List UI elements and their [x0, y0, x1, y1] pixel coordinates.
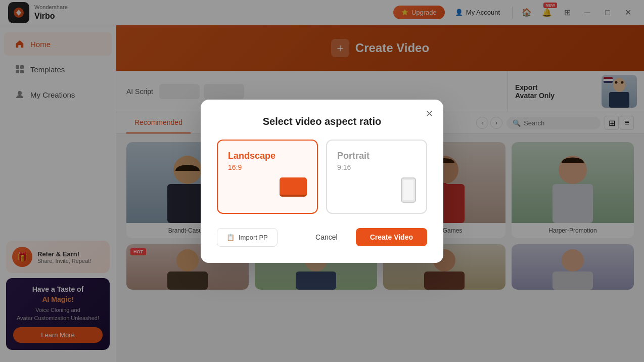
- landscape-icon-wrap: [280, 177, 307, 197]
- portrait-ratio-card[interactable]: Portrait 9:16: [326, 140, 427, 214]
- app-window: Wondershare Virbo Upgrade 👤 My Account 🏠…: [0, 0, 644, 362]
- portrait-preview-icon: [401, 177, 416, 203]
- landscape-labels: Landscape 16:9: [228, 151, 275, 171]
- portrait-screen: [403, 180, 413, 200]
- modal-title: Select video aspect ratio: [217, 116, 427, 127]
- landscape-ratio-card[interactable]: Landscape 16:9: [217, 140, 318, 214]
- create-video-button[interactable]: Create Video: [356, 228, 427, 246]
- modal-overlay[interactable]: ✕ Select video aspect ratio Landscape 16…: [0, 0, 644, 362]
- modal-close-button[interactable]: ✕: [422, 107, 436, 121]
- portrait-ratio: 9:16: [337, 163, 370, 171]
- portrait-labels: Portrait 9:16: [337, 151, 370, 171]
- portrait-label: Portrait: [337, 151, 370, 161]
- landscape-label: Landscape: [228, 151, 275, 161]
- import-pp-label: Import PP: [239, 234, 268, 241]
- landscape-preview-icon: [280, 177, 307, 197]
- portrait-icon-wrap: [401, 177, 416, 203]
- modal-actions: 📋 Import PP Cancel Create Video: [217, 228, 427, 247]
- landscape-ratio: 16:9: [228, 163, 275, 171]
- cancel-button[interactable]: Cancel: [303, 228, 350, 246]
- ratio-options: Landscape 16:9 Portrait 9:16: [217, 140, 427, 214]
- modal-right-actions: Cancel Create Video: [303, 228, 427, 246]
- import-pp-icon: 📋: [226, 234, 235, 241]
- import-pp-button[interactable]: 📋 Import PP: [217, 228, 278, 247]
- aspect-ratio-modal: ✕ Select video aspect ratio Landscape 16…: [201, 100, 443, 263]
